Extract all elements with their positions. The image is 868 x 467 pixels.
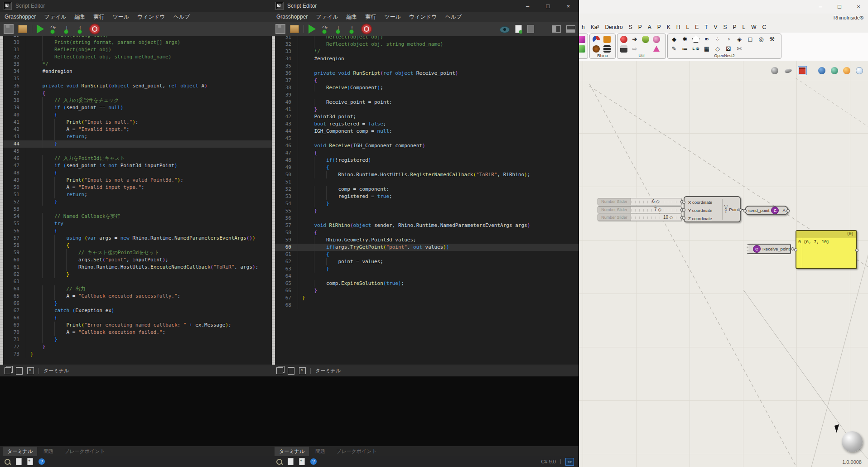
code-line[interactable]: 58{	[3, 242, 272, 249]
right-editor-scrollbar[interactable]	[272, 36, 275, 365]
shaded-sphere-icon[interactable]	[770, 66, 779, 75]
code-line[interactable]: 36private void RunScript(object send_poi…	[3, 82, 272, 90]
code-line[interactable]: 52}	[3, 198, 272, 206]
preview-eye-icon[interactable]	[500, 26, 510, 33]
category-tab[interactable]: W	[751, 24, 756, 30]
code-line[interactable]: 60if(args.TryGetPoint("point", out value…	[275, 244, 579, 251]
minimize-button[interactable]: –	[811, 0, 830, 13]
number-slider[interactable]: Number Slider7 ◇	[598, 206, 682, 213]
category-tab[interactable]: A	[648, 24, 651, 30]
output-nub[interactable]	[739, 208, 742, 212]
point-input-y[interactable]: Y coordinate	[688, 208, 712, 213]
panel-tab[interactable]: ブレークポイント	[60, 447, 110, 456]
left-title-bar[interactable]: Script Editor	[0, 0, 272, 12]
code-line[interactable]: 30Print(string format, params object[] a…	[3, 39, 272, 46]
code-line[interactable]: 45	[3, 148, 272, 155]
stop-icon[interactable]	[361, 24, 372, 34]
category-tab[interactable]: T	[704, 24, 708, 30]
menu-item[interactable]: ヘルプ	[445, 13, 462, 21]
code-line[interactable]: 57void RiRhino(object sender, Rhino.Runt…	[275, 222, 579, 229]
code-line[interactable]: 33*/	[275, 48, 579, 55]
code-line[interactable]: 60args.Set("point", inputPoint);	[3, 256, 272, 264]
table-icon[interactable]: ▦	[702, 44, 712, 53]
panel-tab[interactable]: ターミナル	[3, 447, 37, 456]
code-line[interactable]: 47if (send_point is not Point3d inputPoi…	[3, 162, 272, 169]
code-line[interactable]: 38Receive(Component);	[275, 84, 579, 91]
number-slider[interactable]: Number Slider6 ◇	[598, 198, 682, 205]
panel-tab[interactable]: 問題	[311, 447, 330, 456]
category-tab[interactable]: K	[667, 24, 670, 30]
code-line[interactable]: 32Reflect(object obj, string method_name…	[275, 41, 579, 48]
send-point-component[interactable]: send_point C A	[745, 206, 788, 215]
gem-icon[interactable]: ◎	[756, 35, 766, 43]
code-line[interactable]: 41Print("Input is null.");	[3, 119, 272, 126]
close-button[interactable]: ×	[849, 0, 868, 13]
code-line[interactable]: 42Point3d point;	[275, 113, 579, 120]
group-label[interactable]: Util	[617, 53, 665, 58]
step-out-icon[interactable]: ↑	[76, 24, 85, 34]
trash-icon[interactable]	[16, 367, 23, 375]
slider-grip[interactable]: 6 ◇	[652, 199, 660, 204]
menu-item[interactable]: ヘルプ	[173, 13, 190, 21]
code-line[interactable]: 66}	[275, 287, 579, 294]
menu-item[interactable]: Grasshopper	[5, 14, 36, 20]
code-line[interactable]: 34#endregion	[275, 55, 579, 63]
code-line[interactable]: 39if (send_point == null)	[3, 104, 272, 111]
code-line[interactable]: 37{	[275, 77, 579, 84]
file-icon[interactable]	[288, 458, 294, 465]
orange-sphere-icon[interactable]	[842, 66, 851, 75]
panel-tab[interactable]: 問題	[39, 447, 58, 456]
lid-icon[interactable]: L ID	[691, 44, 701, 53]
tree-photo-icon[interactable]	[619, 44, 629, 53]
rhino-title-bar[interactable]: – □ ×	[579, 0, 868, 14]
input-nub[interactable]	[682, 217, 685, 220]
code-line[interactable]: 64// 出力	[3, 285, 272, 293]
code-line[interactable]: 68{	[3, 314, 272, 322]
menu-item[interactable]: Grasshopper	[276, 14, 308, 20]
input-nub[interactable]	[794, 248, 797, 251]
blue-sphere-icon[interactable]	[817, 66, 826, 75]
code-line[interactable]: 46// 入力をPoint3dにキャスト	[3, 155, 272, 162]
code-line[interactable]: 56	[275, 215, 579, 222]
navigation-ball[interactable]	[842, 431, 863, 452]
right-code-editor[interactable]: 31Reflect(object obj)32Reflect(object ob…	[272, 36, 579, 365]
code-line[interactable]: 36private void RunScript(ref object Rece…	[275, 70, 579, 77]
hammer-icon[interactable]: ⚒	[767, 35, 777, 43]
code-line[interactable]: 59// キャスト後のPoint3dをセット	[3, 249, 272, 256]
brush-icon[interactable]: ✎	[669, 44, 679, 53]
dice-icon[interactable]: ⚄	[723, 44, 733, 53]
code-line[interactable]: 37{	[3, 90, 272, 97]
code-line[interactable]: 45	[275, 135, 579, 142]
code-line[interactable]: 40Receive_point = point;	[275, 99, 579, 106]
outline-sphere-icon[interactable]	[855, 66, 864, 75]
scissors-icon[interactable]: ✄	[734, 44, 744, 53]
code-line[interactable]: 51return;	[3, 191, 272, 198]
slider-grip[interactable]: 7 ◇	[654, 207, 661, 212]
striped-hex-icon[interactable]	[602, 44, 612, 53]
code-line[interactable]: 61{	[275, 251, 579, 258]
search-icon[interactable]	[5, 459, 10, 465]
language-version-label[interactable]: C# 9.0	[541, 459, 556, 464]
code-line[interactable]: 59Rhino.Geometry.Point3d values;	[275, 236, 579, 244]
left-code-editor[interactable]: 29Print(string text)30Print(string forma…	[0, 36, 272, 365]
code-line[interactable]: 51	[275, 178, 579, 186]
category-tab[interactable]: H	[676, 24, 680, 30]
code-line[interactable]: 58{	[275, 229, 579, 236]
polygon-icon[interactable]	[691, 35, 701, 43]
code-line[interactable]: 35	[275, 63, 579, 70]
hops-icon[interactable]	[641, 35, 651, 43]
category-tab[interactable]: Ka²	[591, 24, 599, 30]
package-icon[interactable]	[290, 25, 299, 33]
red-box-display-icon[interactable]	[798, 66, 807, 75]
category-tab[interactable]: L	[743, 24, 746, 30]
code-line[interactable]: 46void Receive(IGH_Component component)	[275, 142, 579, 149]
panel-component[interactable]: {0} 0 {6, 7, 10}	[796, 230, 857, 269]
menu-item[interactable]: 実行	[94, 13, 105, 21]
search-icon[interactable]	[276, 459, 282, 465]
step-over-icon[interactable]: ↷	[48, 24, 58, 34]
run-script-icon[interactable]	[309, 24, 316, 34]
code-line[interactable]: 43return;	[3, 133, 272, 140]
code-line[interactable]: 52comp = component;	[275, 186, 579, 193]
code-line[interactable]: 55try	[3, 220, 272, 227]
right-terminal-output[interactable]	[272, 376, 579, 446]
